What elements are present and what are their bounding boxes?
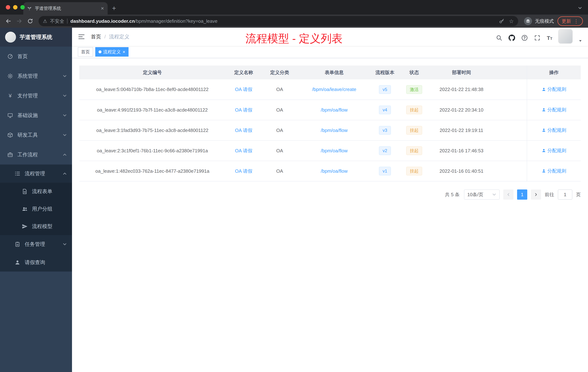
form-link[interactable]: /bpm/oa/leave/create <box>312 87 356 92</box>
main-area: 首页 / 流程定义 TT 首页 <box>72 28 588 372</box>
status-badge: 挂起 <box>406 106 422 114</box>
user-icon <box>15 260 20 265</box>
new-tab-button[interactable]: + <box>112 5 116 12</box>
zoom-window-button[interactable] <box>20 5 25 10</box>
breadcrumb: 首页 / 流程定义 <box>91 33 129 40</box>
chevron-down-icon <box>63 113 67 118</box>
github-icon[interactable] <box>509 34 515 41</box>
table-row: oa_leave:1:482ec033-762a-11ec-8477-a2380… <box>79 161 581 181</box>
prev-page-button[interactable] <box>503 189 514 200</box>
definition-category: OA <box>262 161 297 181</box>
fullscreen-icon[interactable] <box>534 34 541 41</box>
incognito-label: 无痕模式 <box>535 18 554 24</box>
definition-name-link[interactable]: OA 请假 <box>235 87 252 92</box>
refresh-icon[interactable] <box>25 16 35 26</box>
browser-menu-kebab-icon[interactable]: ⋮ <box>574 18 579 24</box>
minimize-window-button[interactable] <box>13 5 17 10</box>
form-link[interactable]: /bpm/oa/flow <box>321 168 347 174</box>
font-size-icon[interactable]: TT <box>547 35 552 41</box>
browser-toolbar: ⚠ 不安全 dashboard.yudao.iocoder.cn/bpm/man… <box>0 15 588 28</box>
table-row: oa_leave:3:1fad3d93-7b75-11ec-a3c8-acde4… <box>79 120 581 141</box>
monitor-icon <box>7 112 13 118</box>
col-status: 状态 <box>399 66 430 79</box>
version-tag: v2 <box>379 146 391 155</box>
browser-tab[interactable]: 芋道管理系统 × <box>23 2 108 15</box>
status-badge: 挂起 <box>406 126 422 135</box>
search-icon[interactable] <box>496 34 502 41</box>
status-badge: 挂起 <box>406 146 422 155</box>
pagination-total: 共 5 条 <box>445 191 460 198</box>
page-content: 定义编号 定义名称 定义分类 表单信息 流程版本 状态 部署时间 操作 <box>72 58 588 372</box>
definition-id: oa_leave:4:991f2193-7b7f-11ec-a3c8-acde4… <box>79 100 225 120</box>
tag-home[interactable]: 首页 <box>78 47 93 57</box>
sidebar-item-payment[interactable]: ¥ 支付管理 <box>0 86 72 106</box>
assign-rule-link[interactable]: 分配规则 <box>542 168 566 174</box>
sidebar: 芋道管理系统 首页 系统管理 ¥ 支付管理 <box>0 28 72 372</box>
sidebar-item-process-model[interactable]: 流程模型 <box>0 218 72 235</box>
address-bar[interactable]: ⚠ 不安全 dashboard.yudao.iocoder.cn/bpm/man… <box>39 16 518 26</box>
question-icon[interactable] <box>521 34 528 41</box>
chevron-down-icon <box>63 242 67 246</box>
sidebar-item-process-management[interactable]: 流程管理 <box>0 164 72 183</box>
yen-icon: ¥ <box>7 93 13 99</box>
update-label: 更新 <box>562 18 571 24</box>
assign-rule-link[interactable]: 分配规则 <box>542 147 566 154</box>
forward-icon[interactable] <box>15 16 24 26</box>
col-definition-id: 定义编号 <box>79 66 225 79</box>
url-host: dashboard.yudao.iocoder.cn <box>70 18 135 24</box>
form-icon <box>22 188 28 194</box>
hamburger-icon[interactable] <box>78 33 85 40</box>
user-avatar[interactable] <box>558 30 572 43</box>
brand-logo-avatar <box>5 32 16 43</box>
definition-name-link[interactable]: OA 请假 <box>235 148 252 153</box>
tag-close-icon[interactable]: × <box>123 50 125 54</box>
sidebar-item-user-group[interactable]: 用户分组 <box>0 200 72 218</box>
close-window-button[interactable] <box>6 5 10 10</box>
sidebar-item-task-management[interactable]: 任务管理 <box>0 235 72 253</box>
browser-update-button[interactable]: 更新 ⋮ <box>557 16 583 26</box>
definition-name-link[interactable]: OA 请假 <box>235 168 252 174</box>
breadcrumb-home[interactable]: 首页 <box>91 33 101 40</box>
sidebar-item-dev-tools[interactable]: 研发工具 <box>0 125 72 145</box>
paper-plane-icon <box>22 223 28 229</box>
goto-label: 前往 <box>545 191 554 198</box>
sidebar-item-system[interactable]: 系统管理 <box>0 66 72 86</box>
definition-name-link[interactable]: OA 请假 <box>235 107 252 113</box>
sidebar-item-leave-query[interactable]: 请假查询 <box>0 253 72 272</box>
definition-category: OA <box>262 79 297 100</box>
toolbox-icon <box>7 132 13 138</box>
current-page-button[interactable]: 1 <box>517 189 527 200</box>
table-row: oa_leave:2:3c1f0ef1-76b1-11ec-9c66-a2380… <box>79 141 581 161</box>
form-link[interactable]: /bpm/oa/flow <box>321 148 347 153</box>
admin-app: 芋道管理系统 首页 系统管理 ¥ 支付管理 <box>0 28 588 372</box>
version-tag: v5 <box>379 85 391 94</box>
sidebar-item-infrastructure[interactable]: 基础设施 <box>0 106 72 125</box>
assign-rule-link[interactable]: 分配规则 <box>542 107 566 113</box>
assign-rule-link[interactable]: 分配规则 <box>542 86 566 92</box>
definition-name-link[interactable]: OA 请假 <box>235 128 252 133</box>
tab-search-icon[interactable] <box>578 6 582 10</box>
caret-down-icon[interactable] <box>578 39 582 43</box>
next-page-button[interactable] <box>531 189 541 200</box>
user-icon <box>542 87 546 92</box>
tab-close-icon[interactable]: × <box>101 6 104 11</box>
sidebar-item-process-form[interactable]: 流程表单 <box>0 183 72 200</box>
deploy-time: 2022-01-16 01:40:51 <box>430 161 494 181</box>
site-favicon-icon <box>27 6 32 11</box>
tag-process-definition[interactable]: 流程定义 × <box>95 47 128 57</box>
breadcrumb-current: 流程定义 <box>109 33 129 40</box>
sidebar-item-home[interactable]: 首页 <box>0 47 72 66</box>
back-icon[interactable] <box>4 16 13 26</box>
assign-rule-link[interactable]: 分配规则 <box>542 127 566 133</box>
page-size-select[interactable]: 10条/页 <box>464 189 500 200</box>
sidebar-item-workflow[interactable]: 工作流程 <box>0 145 72 164</box>
form-link[interactable]: /bpm/oa/flow <box>321 128 347 133</box>
form-link[interactable]: /bpm/oa/flow <box>321 107 347 113</box>
bookmark-star-icon[interactable]: ☆ <box>509 18 514 24</box>
password-key-icon[interactable] <box>499 18 504 24</box>
chevron-down-icon <box>63 133 67 137</box>
process-management-submenu: 流程表单 用户分组 流程模型 <box>0 183 72 235</box>
tab-title: 芋道管理系统 <box>35 5 98 11</box>
goto-page-input[interactable] <box>558 189 572 200</box>
status-badge: 激活 <box>406 85 422 94</box>
